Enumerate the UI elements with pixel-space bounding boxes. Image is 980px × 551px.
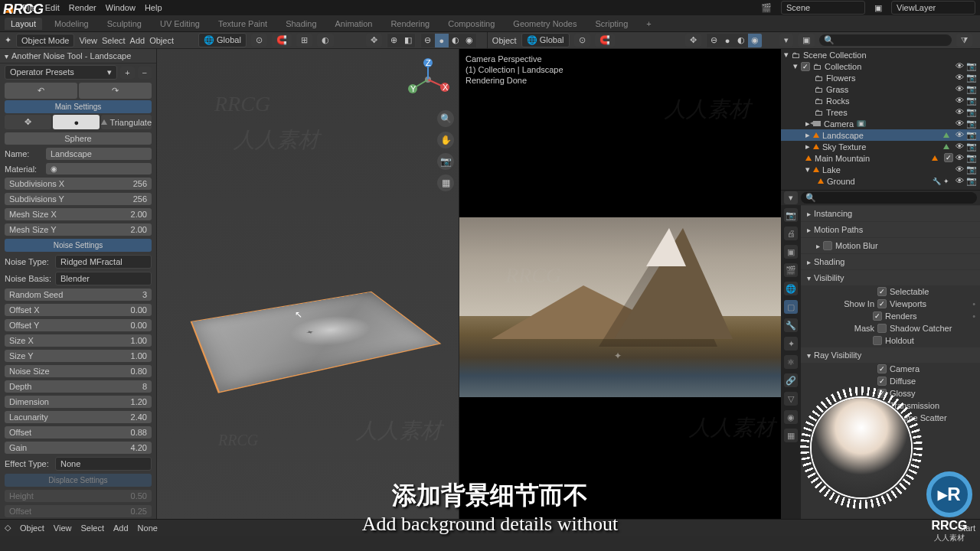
- props-search[interactable]: [816, 194, 972, 203]
- viewlayer-dropdown[interactable]: ViewLayer: [891, 1, 975, 15]
- prop-texture-icon[interactable]: ▦: [784, 429, 798, 442]
- subdiv-y-field[interactable]: Subdivisions Y256: [5, 193, 152, 205]
- selectable-checkbox[interactable]: [877, 287, 887, 296]
- prop-physics-icon[interactable]: ⚛: [784, 355, 798, 369]
- mode-dropdown[interactable]: Object Mode: [16, 34, 74, 47]
- tab-uv[interactable]: UV Editing: [154, 18, 206, 30]
- menu-help[interactable]: Help: [145, 3, 162, 12]
- holdout-checkbox[interactable]: [873, 336, 882, 345]
- name-input[interactable]: Landscape: [46, 148, 152, 160]
- prop-motion-paths[interactable]: ▸ Motion Paths: [801, 222, 980, 237]
- scene-dropdown[interactable]: Scene: [781, 1, 865, 15]
- offset-field[interactable]: Offset0.88: [5, 426, 152, 439]
- tab-texpaint[interactable]: Texture Paint: [212, 18, 273, 30]
- camera-view-icon[interactable]: 📷: [437, 153, 454, 170]
- menu-add[interactable]: Add: [130, 36, 145, 45]
- menu-window[interactable]: Window: [106, 3, 136, 12]
- props-editor-icon[interactable]: ▾: [784, 191, 798, 204]
- pivot-icon-2[interactable]: ⊙: [574, 34, 590, 47]
- pivot-icon[interactable]: ⊙: [251, 34, 267, 47]
- zoom-icon[interactable]: 🔍: [437, 110, 454, 127]
- tab-sculpting[interactable]: Sculpting: [101, 18, 148, 30]
- prop-constraint-icon[interactable]: 🔗: [784, 373, 798, 387]
- prop-instancing[interactable]: ▸ Instancing: [801, 206, 980, 221]
- outliner-scene-collection[interactable]: ▾🗀Scene Collection: [781, 49, 980, 60]
- lacunarity-field[interactable]: Lacunarity2.40: [5, 411, 152, 423]
- shade-render-icon-2[interactable]: ◉: [748, 34, 762, 47]
- overlay-toggles[interactable]: ⊕ ◧: [387, 33, 416, 48]
- orientation-dropdown[interactable]: 🌐 Global: [198, 33, 247, 47]
- preset-add-icon[interactable]: +: [120, 67, 134, 79]
- menu-object-right[interactable]: Object: [492, 36, 517, 45]
- sphere-toggle[interactable]: Sphere: [5, 132, 152, 145]
- prop-scene-icon[interactable]: 🎬: [784, 263, 798, 277]
- shade-matprev-icon[interactable]: ◐: [449, 34, 462, 47]
- landscape-mesh[interactable]: ✦: [191, 292, 442, 393]
- prop-ray-visibility[interactable]: ▾ Ray Visibility: [801, 347, 980, 363]
- outliner-sky[interactable]: ▸Sky Texture👁📷: [781, 141, 980, 152]
- snap-icon[interactable]: 🧲: [272, 34, 292, 47]
- shade-wire-icon[interactable]: ⊖: [421, 34, 435, 47]
- outliner-rocks[interactable]: 🗀Rocks👁📷: [781, 95, 980, 106]
- shading-modes-right[interactable]: ⊖ ● ◐ ◉: [706, 33, 763, 48]
- prop-visibility[interactable]: ▾ Visibility: [801, 270, 980, 285]
- xray-icon[interactable]: ◧: [401, 34, 415, 47]
- prop-object-icon[interactable]: ▢: [784, 300, 798, 314]
- outliner-grass[interactable]: 🗀Grass👁📷: [781, 83, 980, 95]
- prop-viewlayer-icon[interactable]: ▣: [784, 245, 798, 259]
- tab-scripting[interactable]: Scripting: [589, 18, 634, 30]
- prop-world-icon[interactable]: 🌐: [784, 282, 798, 295]
- prop-material-icon[interactable]: ◉: [784, 410, 798, 424]
- tab-modeling[interactable]: Modeling: [48, 18, 95, 30]
- overlay-icon[interactable]: ⊕: [387, 34, 401, 47]
- outliner-search[interactable]: [838, 36, 947, 45]
- shading-modes-left[interactable]: ⊖ ● ◐ ◉: [420, 33, 477, 48]
- snap-icon-2[interactable]: 🧲: [595, 34, 615, 47]
- tab-animation[interactable]: Animation: [329, 18, 379, 30]
- redo-button[interactable]: ↷: [79, 83, 152, 99]
- viewport-render[interactable]: Camera Perspective (1) Collection | Land…: [459, 49, 781, 519]
- tool-header[interactable]: ▾ Another Noise Tool - Landscape: [0, 49, 156, 64]
- shade-solid-icon-2[interactable]: ●: [720, 34, 734, 47]
- renders-checkbox[interactable]: [873, 311, 882, 321]
- viewports-checkbox[interactable]: [877, 299, 887, 308]
- offset-x-field[interactable]: Offset X0.00: [5, 304, 152, 316]
- perspective-icon[interactable]: ▦: [437, 174, 454, 191]
- noise-size-field[interactable]: Noise Size0.80: [5, 365, 152, 377]
- size-x-field[interactable]: Size X1.00: [5, 334, 152, 347]
- noise-type-dropdown[interactable]: Ridged MFractal: [55, 255, 152, 269]
- mesh-y-field[interactable]: Mesh Size Y2.00: [5, 223, 152, 236]
- axis-gizmo[interactable]: ZXY: [405, 57, 451, 103]
- prop-output-icon[interactable]: 🖨: [784, 227, 798, 240]
- smooth-toggle[interactable]: ●: [53, 115, 100, 129]
- tab-rendering[interactable]: Rendering: [384, 18, 436, 30]
- outliner-ground[interactable]: Ground🔧 ✦👁📷: [781, 175, 980, 187]
- subdiv-x-field[interactable]: Subdivisions X256: [5, 178, 152, 190]
- gain-field[interactable]: Gain4.20: [5, 442, 152, 454]
- operator-presets-dropdown[interactable]: Operator Presets▾: [5, 65, 117, 80]
- depth-field[interactable]: Depth8: [5, 380, 152, 393]
- editor-type-icon[interactable]: ✦: [5, 35, 11, 45]
- offset-y-field[interactable]: Offset Y0.00: [5, 319, 152, 331]
- mesh-x-field[interactable]: Mesh Size X2.00: [5, 208, 152, 220]
- viewport-3d[interactable]: ZXY 🔍 ✋ 📷 ▦ ✦ ↖ 人人素材 人人素材 RRCG: [157, 49, 459, 519]
- rv-camera-checkbox[interactable]: [877, 364, 887, 373]
- tab-layout[interactable]: Layout: [5, 18, 42, 30]
- outliner-landscape[interactable]: ▸Landscape👁📷: [781, 129, 980, 141]
- orientation-dropdown-2[interactable]: 🌐 Global: [521, 33, 570, 47]
- preset-remove-icon[interactable]: −: [138, 67, 152, 79]
- material-dropdown[interactable]: ◉: [46, 163, 152, 174]
- dimension-field[interactable]: Dimension1.20: [5, 396, 152, 408]
- prop-particle-icon[interactable]: ✦: [784, 337, 798, 350]
- tab-compositing[interactable]: Compositing: [442, 18, 501, 30]
- undo-button[interactable]: ↶: [5, 83, 77, 99]
- menu-select[interactable]: Select: [102, 36, 126, 45]
- pan-icon[interactable]: ✋: [437, 132, 454, 148]
- size-y-field[interactable]: Size Y1.00: [5, 350, 152, 362]
- tab-geonodes[interactable]: Geometry Nodes: [507, 18, 583, 30]
- shade-solid-icon[interactable]: ●: [435, 34, 449, 47]
- outliner-main-mountain[interactable]: Main Mountain👁📷: [781, 152, 980, 164]
- effect-type-dropdown[interactable]: None: [55, 457, 152, 471]
- rv-diffuse-checkbox[interactable]: [877, 377, 887, 386]
- seed-field[interactable]: Random Seed3: [5, 289, 152, 301]
